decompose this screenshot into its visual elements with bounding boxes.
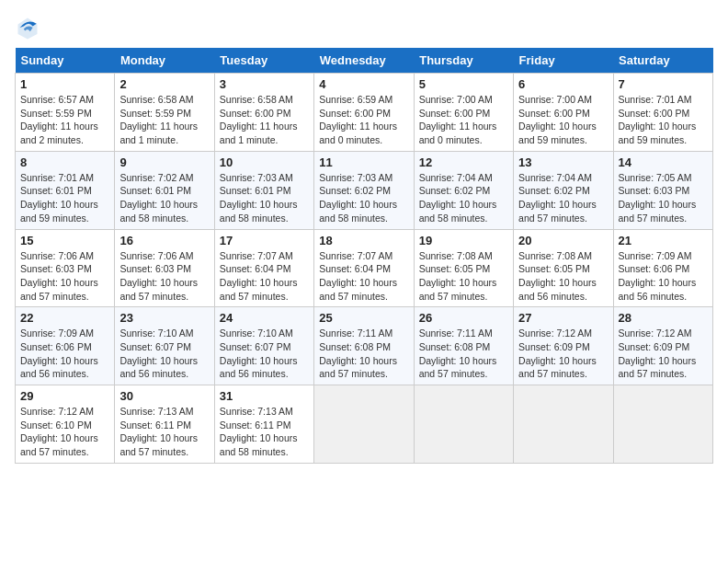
calendar-cell: 7 Sunrise: 7:01 AM Sunset: 6:00 PM Dayli… — [613, 74, 712, 152]
day-info: Sunrise: 6:58 AM Sunset: 6:00 PM Dayligh… — [220, 93, 309, 147]
calendar-cell: 12 Sunrise: 7:04 AM Sunset: 6:02 PM Dayl… — [414, 151, 513, 229]
day-number: 4 — [319, 77, 408, 91]
calendar-cell: 22 Sunrise: 7:09 AM Sunset: 6:06 PM Dayl… — [16, 307, 115, 385]
day-number: 21 — [619, 234, 708, 247]
calendar-cell: 10 Sunrise: 7:03 AM Sunset: 6:01 PM Dayl… — [214, 151, 313, 229]
calendar-week-5: 29 Sunrise: 7:12 AM Sunset: 6:10 PM Dayl… — [16, 385, 713, 464]
day-number: 2 — [119, 77, 209, 91]
weekday-header-row: SundayMondayTuesdayWednesdayThursdayFrid… — [16, 48, 713, 74]
weekday-header-wednesday: Wednesday — [314, 48, 414, 74]
day-info: Sunrise: 7:10 AM Sunset: 6:07 PM Dayligh… — [119, 327, 209, 381]
calendar-cell — [314, 385, 414, 464]
day-number: 25 — [319, 311, 408, 325]
day-info: Sunrise: 7:08 AM Sunset: 6:05 PM Dayligh… — [518, 249, 608, 304]
day-number: 29 — [20, 389, 109, 403]
day-info: Sunrise: 7:01 AM Sunset: 6:01 PM Dayligh… — [20, 171, 109, 225]
day-info: Sunrise: 7:00 AM Sunset: 6:00 PM Dayligh… — [419, 93, 508, 147]
calendar-cell: 8 Sunrise: 7:01 AM Sunset: 6:01 PM Dayli… — [16, 151, 115, 229]
calendar-cell: 4 Sunrise: 6:59 AM Sunset: 6:00 PM Dayli… — [314, 74, 414, 152]
calendar-cell: 21 Sunrise: 7:09 AM Sunset: 6:06 PM Dayl… — [613, 229, 712, 307]
day-number: 30 — [119, 389, 209, 403]
day-info: Sunrise: 7:13 AM Sunset: 6:11 PM Dayligh… — [220, 405, 309, 459]
day-number: 3 — [220, 77, 309, 91]
day-info: Sunrise: 7:03 AM Sunset: 6:01 PM Dayligh… — [220, 171, 309, 225]
weekday-header-tuesday: Tuesday — [214, 48, 313, 74]
day-number: 14 — [619, 155, 708, 169]
day-info: Sunrise: 7:07 AM Sunset: 6:04 PM Dayligh… — [220, 249, 309, 304]
calendar-cell: 26 Sunrise: 7:11 AM Sunset: 6:08 PM Dayl… — [414, 307, 513, 385]
calendar-week-1: 1 Sunrise: 6:57 AM Sunset: 5:59 PM Dayli… — [16, 74, 713, 152]
logo — [15, 15, 42, 40]
day-info: Sunrise: 7:11 AM Sunset: 6:08 PM Dayligh… — [319, 327, 408, 381]
day-info: Sunrise: 7:00 AM Sunset: 6:00 PM Dayligh… — [518, 93, 608, 147]
day-number: 12 — [419, 155, 508, 169]
day-number: 20 — [518, 234, 608, 247]
calendar-cell: 28 Sunrise: 7:12 AM Sunset: 6:09 PM Dayl… — [613, 307, 712, 385]
calendar-cell: 19 Sunrise: 7:08 AM Sunset: 6:05 PM Dayl… — [414, 229, 513, 307]
day-number: 16 — [119, 234, 209, 247]
day-info: Sunrise: 7:12 AM Sunset: 6:10 PM Dayligh… — [20, 405, 109, 459]
day-number: 19 — [419, 234, 508, 247]
calendar-cell: 6 Sunrise: 7:00 AM Sunset: 6:00 PM Dayli… — [514, 74, 613, 152]
day-number: 17 — [220, 234, 309, 247]
day-number: 7 — [619, 77, 708, 91]
calendar-cell: 5 Sunrise: 7:00 AM Sunset: 6:00 PM Dayli… — [414, 74, 513, 152]
day-info: Sunrise: 7:10 AM Sunset: 6:07 PM Dayligh… — [220, 327, 309, 381]
calendar-cell: 24 Sunrise: 7:10 AM Sunset: 6:07 PM Dayl… — [214, 307, 313, 385]
day-info: Sunrise: 7:06 AM Sunset: 6:03 PM Dayligh… — [20, 249, 109, 304]
calendar-cell: 1 Sunrise: 6:57 AM Sunset: 5:59 PM Dayli… — [16, 74, 115, 152]
calendar-week-2: 8 Sunrise: 7:01 AM Sunset: 6:01 PM Dayli… — [16, 151, 713, 229]
calendar-cell: 20 Sunrise: 7:08 AM Sunset: 6:05 PM Dayl… — [514, 229, 613, 307]
day-info: Sunrise: 7:09 AM Sunset: 6:06 PM Dayligh… — [20, 327, 109, 381]
day-info: Sunrise: 7:11 AM Sunset: 6:08 PM Dayligh… — [419, 327, 508, 381]
day-number: 24 — [220, 311, 309, 325]
calendar-cell: 27 Sunrise: 7:12 AM Sunset: 6:09 PM Dayl… — [514, 307, 613, 385]
calendar-cell: 3 Sunrise: 6:58 AM Sunset: 6:00 PM Dayli… — [214, 74, 313, 152]
calendar-cell: 11 Sunrise: 7:03 AM Sunset: 6:02 PM Dayl… — [314, 151, 414, 229]
weekday-header-friday: Friday — [514, 48, 613, 74]
day-number: 15 — [20, 234, 109, 247]
day-number: 23 — [119, 311, 209, 325]
day-number: 6 — [518, 77, 608, 91]
weekday-header-sunday: Sunday — [16, 48, 115, 74]
day-info: Sunrise: 7:04 AM Sunset: 6:02 PM Dayligh… — [419, 171, 508, 225]
day-number: 13 — [518, 155, 608, 169]
day-number: 26 — [419, 311, 508, 325]
day-info: Sunrise: 7:03 AM Sunset: 6:02 PM Dayligh… — [319, 171, 408, 225]
day-number: 8 — [20, 155, 109, 169]
day-number: 9 — [119, 155, 209, 169]
day-info: Sunrise: 7:09 AM Sunset: 6:06 PM Dayligh… — [619, 249, 708, 304]
day-info: Sunrise: 7:01 AM Sunset: 6:00 PM Dayligh… — [619, 93, 708, 147]
calendar-cell: 17 Sunrise: 7:07 AM Sunset: 6:04 PM Dayl… — [214, 229, 313, 307]
calendar-cell: 14 Sunrise: 7:05 AM Sunset: 6:03 PM Dayl… — [613, 151, 712, 229]
logo-icon — [15, 15, 40, 40]
day-info: Sunrise: 7:07 AM Sunset: 6:04 PM Dayligh… — [319, 249, 408, 304]
day-info: Sunrise: 7:02 AM Sunset: 6:01 PM Dayligh… — [119, 171, 209, 225]
day-info: Sunrise: 7:12 AM Sunset: 6:09 PM Dayligh… — [619, 327, 708, 381]
calendar-cell: 31 Sunrise: 7:13 AM Sunset: 6:11 PM Dayl… — [214, 385, 313, 464]
calendar-cell: 2 Sunrise: 6:58 AM Sunset: 5:59 PM Dayli… — [115, 74, 214, 152]
weekday-header-saturday: Saturday — [613, 48, 712, 74]
calendar-cell: 9 Sunrise: 7:02 AM Sunset: 6:01 PM Dayli… — [115, 151, 214, 229]
calendar-cell — [514, 385, 613, 464]
day-number: 1 — [20, 77, 109, 91]
day-number: 18 — [319, 234, 408, 247]
day-number: 5 — [419, 77, 508, 91]
day-number: 10 — [220, 155, 309, 169]
calendar-week-4: 22 Sunrise: 7:09 AM Sunset: 6:06 PM Dayl… — [16, 307, 713, 385]
day-number: 28 — [619, 311, 708, 325]
calendar-week-3: 15 Sunrise: 7:06 AM Sunset: 6:03 PM Dayl… — [16, 229, 713, 307]
day-info: Sunrise: 6:59 AM Sunset: 6:00 PM Dayligh… — [319, 93, 408, 147]
calendar-cell: 25 Sunrise: 7:11 AM Sunset: 6:08 PM Dayl… — [314, 307, 414, 385]
day-info: Sunrise: 7:04 AM Sunset: 6:02 PM Dayligh… — [518, 171, 608, 225]
calendar-cell: 30 Sunrise: 7:13 AM Sunset: 6:11 PM Dayl… — [115, 385, 214, 464]
weekday-header-monday: Monday — [115, 48, 214, 74]
calendar-cell: 16 Sunrise: 7:06 AM Sunset: 6:03 PM Dayl… — [115, 229, 214, 307]
calendar-cell: 15 Sunrise: 7:06 AM Sunset: 6:03 PM Dayl… — [16, 229, 115, 307]
day-number: 31 — [220, 389, 309, 403]
day-info: Sunrise: 7:06 AM Sunset: 6:03 PM Dayligh… — [119, 249, 209, 304]
weekday-header-thursday: Thursday — [414, 48, 513, 74]
day-info: Sunrise: 7:13 AM Sunset: 6:11 PM Dayligh… — [119, 405, 209, 459]
day-number: 27 — [518, 311, 608, 325]
day-info: Sunrise: 7:08 AM Sunset: 6:05 PM Dayligh… — [419, 249, 508, 304]
